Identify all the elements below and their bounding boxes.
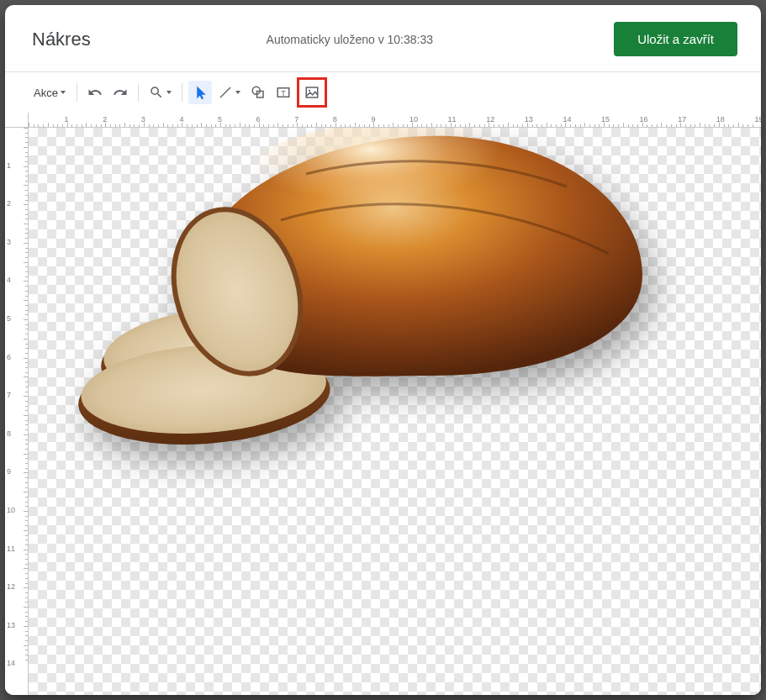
ruler-tick: 14: [563, 115, 571, 124]
toolbar: Akce T: [5, 72, 761, 113]
svg-point-6: [309, 90, 310, 92]
ruler-tick: 18: [716, 115, 725, 124]
bread-image[interactable]: [54, 128, 659, 467]
ruler-tick: 11: [7, 545, 15, 553]
ruler-tick: 16: [640, 115, 648, 124]
redo-icon: [113, 85, 128, 100]
image-icon: [304, 85, 320, 100]
textbox-tool[interactable]: T: [272, 81, 295, 104]
ruler-tick: 7: [7, 391, 11, 399]
ruler-tick: 12: [486, 115, 494, 124]
drawing-modal: Nákres Automaticky uloženo v 10:38:33 Ul…: [5, 5, 761, 695]
redo-button[interactable]: [108, 81, 132, 104]
modal-header: Nákres Automaticky uloženo v 10:38:33 Ul…: [5, 5, 761, 72]
ruler-tick: 8: [7, 429, 11, 438]
ruler-tick: 17: [678, 115, 686, 124]
line-icon: [218, 85, 233, 100]
undo-icon: [87, 85, 103, 100]
modal-title: Nákres: [32, 29, 91, 50]
drawing-canvas[interactable]: [29, 128, 761, 695]
ruler-tick: 6: [7, 353, 11, 361]
shape-tool[interactable]: [246, 81, 270, 104]
image-tool[interactable]: [300, 81, 324, 104]
ruler-tick: 9: [7, 467, 11, 476]
ruler-tick: 11: [448, 115, 457, 124]
ruler-tick: 2: [7, 199, 11, 208]
zoom-menu[interactable]: [145, 81, 176, 104]
ruler-tick: 10: [7, 506, 15, 514]
actions-menu[interactable]: Akce: [29, 81, 71, 104]
svg-text:T: T: [281, 89, 286, 97]
chevron-down-icon: [61, 91, 66, 94]
ruler-tick: 13: [525, 115, 533, 124]
ruler-tick: 15: [601, 115, 610, 124]
ruler-tick: 13: [7, 621, 15, 629]
svg-line-0: [220, 87, 230, 97]
select-tool[interactable]: [188, 81, 212, 104]
chevron-down-icon: [235, 91, 240, 94]
shape-icon: [251, 85, 266, 100]
ruler-tick: 19: [754, 115, 761, 124]
vertical-ruler[interactable]: 1234567891011121314: [5, 128, 29, 695]
ruler-tick: 14: [7, 659, 15, 667]
chevron-down-icon: [166, 91, 172, 94]
horizontal-ruler[interactable]: 12345678910111213141516171819: [29, 113, 761, 128]
ruler-tick: 4: [7, 276, 11, 284]
autosave-status: Automaticky uloženo v 10:38:33: [267, 33, 433, 46]
ruler-tick: 10: [409, 115, 418, 124]
canvas-area: 12345678910111213141516171819 1234567891…: [5, 113, 761, 695]
line-tool[interactable]: [214, 81, 245, 104]
ruler-corner: [5, 113, 29, 128]
cursor-icon: [193, 85, 208, 100]
save-and-close-button[interactable]: Uložit a zavřít: [614, 22, 737, 56]
ruler-tick: 5: [7, 314, 11, 323]
textbox-icon: T: [276, 85, 291, 100]
zoom-icon: [149, 85, 164, 100]
ruler-tick: 3: [7, 238, 11, 246]
image-tool-highlight: [297, 77, 327, 108]
undo-button[interactable]: [83, 81, 107, 104]
ruler-tick: 1: [7, 161, 11, 170]
ruler-tick: 12: [7, 582, 15, 591]
